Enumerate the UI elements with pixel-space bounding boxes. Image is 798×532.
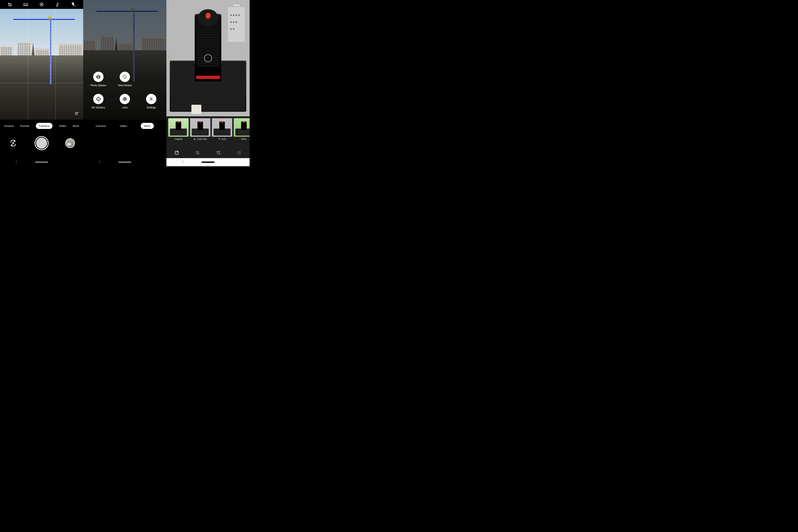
timer-off-icon[interactable] xyxy=(7,2,12,7)
ar-stickers-icon xyxy=(93,94,104,104)
android-nav-bar xyxy=(0,158,83,166)
more-item-label: Photo Sphere xyxy=(90,84,106,87)
nav-home-pill[interactable] xyxy=(35,162,48,163)
more-item-label: AR Stickers xyxy=(92,106,105,109)
svg-point-24 xyxy=(238,151,238,152)
grid-line xyxy=(55,9,56,120)
svg-text:RAW: RAW xyxy=(24,4,27,6)
android-nav-bar xyxy=(166,158,250,166)
filter-color-pop[interactable]: Color Pop xyxy=(190,118,211,147)
more-item-photo-sphere[interactable]: Photo Sphere xyxy=(85,72,111,87)
filter-label: Original xyxy=(175,138,182,140)
mode-more[interactable]: More xyxy=(141,123,154,129)
viewfinder-scene xyxy=(0,9,83,120)
svg-point-20 xyxy=(194,138,195,139)
nav-back-icon[interactable] xyxy=(181,160,184,164)
svg-point-27 xyxy=(238,152,238,153)
editor-panel: Save Original Color Pop xyxy=(166,0,250,166)
mode-selector[interactable]: norama Portrait Camera Video More xyxy=(0,121,83,130)
shutter-button[interactable] xyxy=(35,136,49,150)
nav-back-icon[interactable] xyxy=(98,160,101,164)
svg-point-29 xyxy=(240,152,241,153)
svg-point-16 xyxy=(151,98,152,100)
filter-auto[interactable]: Auto xyxy=(212,118,232,147)
filter-west[interactable]: West xyxy=(234,118,250,147)
svg-rect-13 xyxy=(123,98,126,100)
filter-label: Color Pop xyxy=(194,138,207,140)
color-pop-icon xyxy=(194,138,196,140)
svg-point-26 xyxy=(240,151,241,152)
auto-icon xyxy=(218,138,221,140)
photo-preview[interactable] xyxy=(166,0,250,116)
svg-point-30 xyxy=(238,154,238,154)
svg-point-31 xyxy=(239,154,239,154)
mode-selector[interactable]: Camera Video More xyxy=(83,121,166,130)
svg-point-22 xyxy=(197,152,197,152)
photo-sphere-icon xyxy=(93,72,104,82)
focus-icon[interactable] xyxy=(73,111,80,117)
svg-point-19 xyxy=(245,6,246,6)
settings-icon xyxy=(146,94,157,104)
more-item-lens[interactable]: Lens xyxy=(111,94,138,109)
svg-point-14 xyxy=(124,98,125,100)
svg-rect-10 xyxy=(96,97,101,101)
slow-motion-icon xyxy=(120,72,130,82)
white-balance-icon[interactable] xyxy=(55,2,60,7)
more-item-label: Settings xyxy=(147,106,156,109)
editor-tool-row xyxy=(166,147,250,158)
top-options-bar: RAW xyxy=(0,0,83,9)
save-button[interactable]: Save xyxy=(233,3,240,7)
more-grid: Photo Sphere Slow Motion AR Stickers Len xyxy=(83,72,166,109)
filter-original[interactable]: Original xyxy=(168,118,188,147)
switch-camera-button[interactable] xyxy=(8,138,18,148)
svg-point-8 xyxy=(96,75,100,79)
svg-point-15 xyxy=(126,98,126,98)
svg-point-4 xyxy=(41,4,42,5)
mode-camera[interactable]: Camera xyxy=(96,124,106,128)
svg-point-28 xyxy=(239,152,239,153)
mode-panorama[interactable]: norama xyxy=(4,124,14,128)
filters-icon[interactable] xyxy=(174,150,179,155)
svg-point-6 xyxy=(75,112,77,114)
svg-point-11 xyxy=(97,99,98,99)
nav-home-pill[interactable] xyxy=(118,162,131,163)
mode-camera[interactable]: Camera xyxy=(36,123,53,129)
svg-rect-21 xyxy=(175,151,178,154)
last-photo-thumbnail[interactable] xyxy=(65,138,75,148)
nav-back-icon[interactable] xyxy=(15,160,18,164)
more-item-settings[interactable]: Settings xyxy=(138,94,165,109)
filter-label: Auto xyxy=(218,138,226,140)
mode-video[interactable]: Video xyxy=(120,124,127,128)
motion-photo-icon[interactable] xyxy=(39,2,44,7)
camera-controls xyxy=(0,133,83,153)
grid-extend-icon[interactable] xyxy=(237,150,242,155)
svg-point-12 xyxy=(98,99,99,99)
filter-strip: Original Color Pop Auto xyxy=(166,117,250,147)
overflow-icon[interactable] xyxy=(243,3,248,7)
flash-off-icon[interactable] xyxy=(71,2,76,7)
grid-line xyxy=(0,46,83,46)
more-item-label: Slow Motion xyxy=(118,84,132,87)
raw-icon[interactable]: RAW xyxy=(23,2,28,7)
more-panel: Photo Sphere Slow Motion AR Stickers Len xyxy=(83,0,166,166)
focus-ring-icon xyxy=(204,54,212,62)
more-item-ar-stickers[interactable]: AR Stickers xyxy=(85,94,111,109)
svg-point-7 xyxy=(13,142,14,144)
nav-home-pill[interactable] xyxy=(201,162,215,163)
mode-portrait[interactable]: Portrait xyxy=(20,124,30,128)
close-icon[interactable] xyxy=(169,3,173,8)
svg-point-17 xyxy=(245,3,246,4)
adjust-icon[interactable] xyxy=(195,150,200,155)
mode-video[interactable]: Video xyxy=(59,124,66,128)
editor-top-bar: Save xyxy=(166,0,250,10)
more-item-slow-motion[interactable]: Slow Motion xyxy=(111,72,138,87)
camera-panel: RAW xyxy=(0,0,83,166)
viewfinder[interactable] xyxy=(0,9,83,120)
android-nav-bar xyxy=(83,158,166,166)
crop-rotate-icon[interactable] xyxy=(216,150,221,155)
svg-point-5 xyxy=(57,6,57,6)
more-item-label: Lens xyxy=(122,106,128,109)
svg-point-32 xyxy=(240,154,241,154)
filter-label: West xyxy=(241,138,246,140)
mode-more[interactable]: More xyxy=(73,124,79,128)
